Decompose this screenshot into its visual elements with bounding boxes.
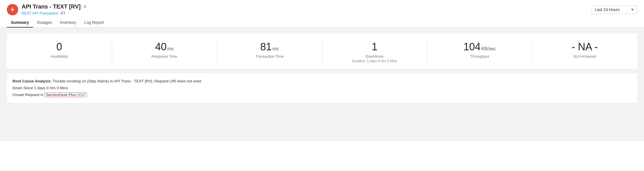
main-content: 0 Availability 40ms Response Time 81ms T… xyxy=(0,28,644,141)
time-selector[interactable]: Last 24 Hours ▼ xyxy=(592,5,637,14)
stat-response-time: 40ms Response Time xyxy=(112,41,217,63)
stat-sla-achieved-label: SLA Achieved xyxy=(538,54,632,59)
tab-log-report[interactable]: Log Report xyxy=(80,18,108,28)
rca-line2: Down Since 1 days 0 Hrs 0 Mins xyxy=(13,85,631,91)
stat-throughput: 104KB/sec Throughput xyxy=(427,41,532,63)
stat-availability-value: 0 xyxy=(13,41,106,53)
dropdown-arrow-icon: ▼ xyxy=(631,8,634,12)
header-left: API Trans - TEXT [RV] ≡ REST API Transac… xyxy=(7,3,86,16)
stat-availability-label: Availability xyxy=(13,54,106,59)
stat-throughput-value: 104KB/sec xyxy=(433,41,527,53)
tab-outages[interactable]: Outages xyxy=(33,18,56,28)
title-area: API Trans - TEXT [RV] ≡ REST API Transac… xyxy=(22,3,86,16)
subtitle-row: REST API Transaction 🏷 xyxy=(22,11,86,16)
stat-downtimes-value: 1 xyxy=(328,41,422,53)
stat-response-time-value: 40ms xyxy=(118,41,211,53)
subtitle-link[interactable]: REST API Transaction xyxy=(22,11,58,15)
rca-create-prefix: Create Request in xyxy=(13,93,45,97)
header: API Trans - TEXT [RV] ≡ REST API Transac… xyxy=(0,0,644,18)
stat-availability: 0 Availability xyxy=(7,41,112,63)
tag-icon: 🏷 xyxy=(61,11,65,16)
nav-tabs: Summary Outages Inventory Log Report xyxy=(0,18,644,28)
tab-inventory[interactable]: Inventory xyxy=(56,18,80,28)
msp-link[interactable]: MSP xyxy=(77,93,85,97)
menu-icon[interactable]: ≡ xyxy=(83,4,86,10)
rca-box: Root Cause Analysis: Trouble invoking ur… xyxy=(7,73,637,103)
rca-text: : Trouble invoking url (Step Name) in AP… xyxy=(51,79,202,83)
stat-sla-achieved-value: - NA - xyxy=(538,41,632,53)
tab-summary[interactable]: Summary xyxy=(7,18,33,28)
time-selector-label: Last 24 Hours xyxy=(595,7,620,12)
stat-downtimes-label: Downtimes xyxy=(328,54,422,59)
stat-downtimes: 1 Downtimes Duration: 1 days 0 Hrs 0 Min… xyxy=(322,41,428,63)
rca-bold-label: Root Cause Analysis xyxy=(13,79,51,83)
stat-throughput-label: Throughput xyxy=(433,54,527,59)
stat-transaction-time: 81ms Transaction Time xyxy=(217,41,322,63)
stat-sla-achieved: - NA - SLA Achieved xyxy=(532,41,637,63)
logo-icon xyxy=(7,4,18,15)
rca-line3: Create Request in ServiceDesk Plus MSP xyxy=(13,91,631,98)
rca-line1: Root Cause Analysis: Trouble invoking ur… xyxy=(13,78,631,85)
stat-response-time-label: Response Time xyxy=(118,54,211,59)
title-row: API Trans - TEXT [RV] ≡ xyxy=(22,3,86,10)
servicedesk-text: ServiceDesk Plus xyxy=(46,93,76,97)
stats-row: 0 Availability 40ms Response Time 81ms T… xyxy=(7,41,637,63)
stats-card: 0 Availability 40ms Response Time 81ms T… xyxy=(7,33,637,69)
stat-downtimes-sublabel: Duration: 1 days 0 Hrs 0 Mins xyxy=(328,59,422,63)
stat-transaction-time-value: 81ms xyxy=(223,41,316,53)
page-title: API Trans - TEXT [RV] xyxy=(22,3,80,10)
stat-transaction-time-label: Transaction Time xyxy=(223,54,316,59)
servicedesk-box: ServiceDesk Plus MSP xyxy=(45,92,87,97)
